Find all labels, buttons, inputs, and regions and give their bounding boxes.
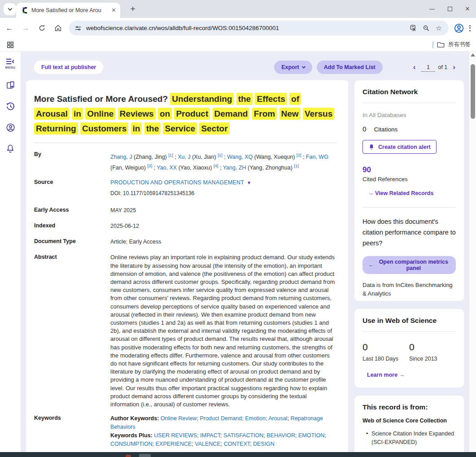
keyword-link[interactable]: Arousal — [268, 415, 287, 422]
author-link[interactable]: Fan, WG — [306, 154, 328, 160]
keywords-plus-label: Keywords Plus: — [110, 432, 153, 439]
scrollbar-up-icon[interactable] — [471, 53, 475, 57]
scrollbar-thumb[interactable] — [471, 64, 475, 119]
browser-toolbar: ← → webofscience.clarivate.cn/wos/alldb/… — [0, 18, 476, 38]
bookmark-star-icon[interactable]: ☆ — [433, 23, 444, 34]
next-page-icon[interactable]: › — [450, 63, 458, 72]
keyword-link[interactable]: USER REVIEWS — [154, 432, 197, 439]
author-link[interactable]: Xu, J — [178, 154, 191, 160]
browser-tab[interactable]: More Satisfied or More Arou × — [16, 3, 120, 18]
marked-list-icon[interactable] — [5, 80, 16, 91]
create-citation-alert-label: Create citation alert — [378, 144, 431, 150]
keyword-link[interactable]: EMOTION — [298, 432, 324, 439]
source-label: Source — [34, 178, 110, 198]
affiliation-superscript-link[interactable]: [1] — [218, 152, 223, 157]
folder-icon — [437, 41, 445, 48]
bell-icon — [368, 144, 375, 150]
keywords-label: Keywords — [34, 414, 110, 448]
keyword-link[interactable]: DESIGN — [253, 441, 275, 447]
url-text[interactable]: webofscience.clarivate.cn/wos/alldb/full… — [86, 25, 406, 31]
menu-button[interactable]: MENU — [5, 58, 15, 69]
affiliation-superscript-link[interactable]: [1] — [294, 163, 299, 168]
zoom-icon[interactable] — [421, 23, 432, 34]
url-bar[interactable]: webofscience.clarivate.cn/wos/alldb/full… — [69, 21, 449, 35]
keyword-link[interactable]: Product Demand — [200, 415, 242, 422]
open-comparison-panel-button[interactable]: ← Open comparison metrics panel — [362, 256, 456, 274]
minimize-icon[interactable] — [429, 9, 435, 9]
profile-avatar-icon[interactable] — [452, 22, 466, 35]
author-link[interactable]: Zhang, J — [110, 154, 132, 160]
citation-scope-label: In All Databases — [362, 112, 456, 118]
indexed-value: 2025-06-12 — [110, 222, 336, 231]
page-scrollbar[interactable] — [469, 52, 476, 452]
doi-value: DOI: 10.1177/10591478251345136 — [110, 189, 336, 198]
back-icon[interactable]: ← — [3, 22, 16, 35]
researcher-profile-icon[interactable] — [5, 122, 16, 133]
affiliation-superscript-link[interactable]: [4] — [214, 163, 218, 168]
record-from-heading: This record is from: — [362, 403, 456, 411]
record-from-card: This record is from: Web of Science Core… — [354, 396, 464, 452]
author-link[interactable]: Wang, XQ — [227, 154, 253, 160]
add-to-marked-list-button[interactable]: Add To Marked List — [317, 61, 383, 74]
tab-close-icon[interactable]: × — [112, 7, 116, 14]
field-row-early-access: Early Access MAY 2025 — [34, 206, 336, 215]
journal-title-link[interactable]: PRODUCTION AND OPERATIONS MANAGEMENT — [110, 179, 244, 186]
kebab-menu-icon[interactable] — [469, 25, 471, 31]
open-comparison-panel-label: Open comparison metrics panel — [377, 259, 450, 271]
forward-icon[interactable]: → — [19, 22, 32, 35]
web-of-science-app: MENU Full text at publisher Export — [0, 52, 476, 452]
home-icon[interactable] — [51, 22, 65, 35]
close-icon[interactable]: × — [465, 6, 470, 12]
arrow-left-icon: ← — [368, 262, 374, 268]
tab-search-button[interactable] — [4, 3, 16, 15]
keyword-link[interactable]: BEHAVIOR — [266, 432, 295, 439]
previous-page-icon[interactable]: ‹ — [410, 63, 419, 72]
affiliation-superscript-link[interactable]: [2] — [297, 152, 301, 157]
keyword-link[interactable]: VALENCE — [195, 441, 220, 447]
usage-metric-last-180-days: 0 Last 180 Days — [362, 342, 409, 362]
learn-more-link[interactable]: Learn more → — [367, 372, 405, 378]
keyword-link[interactable]: EXPERIENCE — [156, 441, 192, 447]
usage-value: 0 — [362, 342, 409, 353]
left-rail: MENU — [0, 52, 21, 452]
author-link[interactable]: Yang, ZH — [223, 165, 246, 171]
bookmarks-separator — [432, 41, 433, 48]
reload-icon[interactable] — [35, 22, 48, 35]
export-button[interactable]: Export — [274, 61, 312, 74]
keyword-link[interactable]: SATISFACTION — [223, 432, 263, 439]
keyword-link[interactable]: CONSUMPTION — [110, 441, 153, 447]
apps-grid-icon[interactable] — [4, 38, 17, 52]
all-bookmarks-button[interactable]: 所有书签 — [432, 41, 476, 48]
history-icon[interactable] — [5, 101, 16, 112]
divider — [362, 103, 456, 103]
field-row-document-type: Document Type Article; Early Access — [34, 238, 336, 246]
keyword-link[interactable]: CONTEXT — [224, 441, 250, 447]
usage-metric-since-2013: 0 Since 2013 — [409, 342, 456, 362]
site-settings-icon[interactable] — [74, 25, 82, 32]
new-tab-button[interactable]: + — [127, 4, 138, 14]
full-text-button[interactable]: Full text at publisher — [34, 61, 103, 74]
translate-icon[interactable] — [408, 23, 419, 34]
author-link[interactable]: Yao, XX — [157, 165, 177, 171]
field-row-keywords: Keywords Author Keywords: Online Review;… — [34, 414, 336, 448]
export-label: Export — [281, 64, 299, 70]
page-number-input[interactable] — [421, 63, 435, 72]
taskbar-app-icon[interactable] — [126, 455, 131, 457]
maximize-icon[interactable] — [448, 7, 452, 11]
core-collection-label: Web of Science Core Collection — [362, 418, 456, 424]
usage-card: Use in Web of Science 0 Last 180 Days 0 … — [354, 309, 464, 387]
keyword-link[interactable]: Emotion — [245, 415, 266, 422]
cited-references-count[interactable]: 90 — [362, 165, 456, 174]
view-related-records-label: View Related Records — [375, 190, 433, 196]
alerts-bell-icon[interactable] — [5, 143, 16, 154]
create-citation-alert-button[interactable]: Create citation alert — [362, 140, 437, 154]
tab-strip: More Satisfied or More Arou × + × — [0, 0, 476, 18]
view-related-records-link[interactable]: → View Related Records — [368, 190, 433, 196]
index-list-item: Science Citation Index Expanded (SCI-EXP… — [366, 430, 456, 447]
journal-dropdown-icon[interactable]: ▼ — [247, 180, 251, 185]
taskbar-active-app[interactable] — [139, 454, 151, 457]
keyword-link[interactable]: Online Review — [161, 415, 197, 422]
affiliation-superscript-link[interactable]: [1] — [168, 152, 173, 157]
affiliation-superscript-link[interactable]: [3] — [147, 163, 152, 168]
keyword-link[interactable]: IMPACT — [200, 432, 220, 439]
